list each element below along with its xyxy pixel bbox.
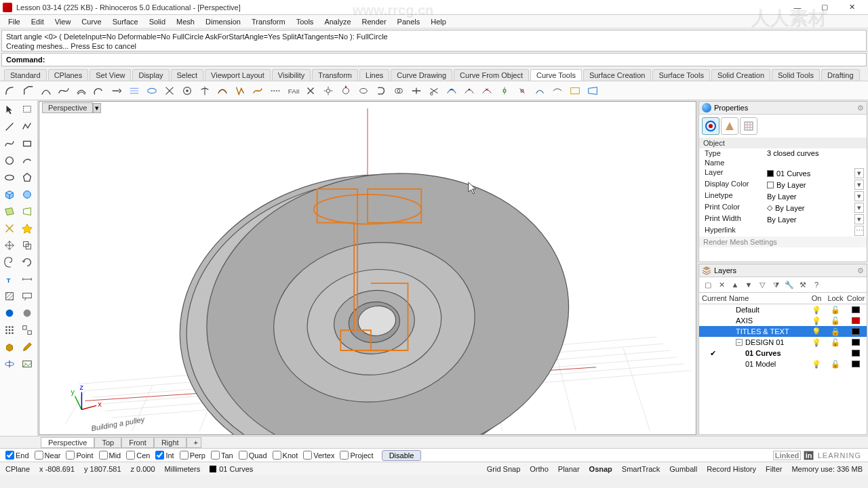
layer-row[interactable]: AXIS💡🔓 xyxy=(699,315,867,326)
viewport-title[interactable]: Perspective xyxy=(42,102,93,113)
osnap-end[interactable]: End xyxy=(5,451,29,460)
swatch-icon[interactable] xyxy=(852,361,860,367)
status-cplane[interactable]: CPlane xyxy=(5,465,30,473)
osnap-disable-button[interactable]: Disable xyxy=(382,450,422,461)
osnap-quad[interactable]: Quad xyxy=(239,451,267,460)
circle-icon[interactable] xyxy=(1,152,18,169)
curve2view-icon[interactable] xyxy=(567,83,583,99)
prop-value[interactable]: By Layer xyxy=(775,204,804,212)
extend-icon[interactable] xyxy=(108,83,125,99)
dropdown-icon[interactable]: ▾ xyxy=(854,214,864,224)
layer-row-current[interactable]: ✔01 Curves xyxy=(699,348,867,359)
panel-options-icon[interactable]: ⚙ xyxy=(857,266,864,275)
block-icon[interactable] xyxy=(1,339,18,355)
swatch-icon[interactable] xyxy=(852,350,860,357)
edit-icon[interactable] xyxy=(1,220,18,237)
join-icon[interactable] xyxy=(302,83,319,99)
toolbar-tab[interactable]: Transform xyxy=(312,69,358,81)
viewport-canvas[interactable]: x y z Building a pulley xyxy=(39,102,696,434)
panel-options-icon[interactable]: ⚙ xyxy=(857,104,864,113)
fillet-icon[interactable] xyxy=(3,83,19,99)
hammer-icon[interactable]: ⚒ xyxy=(797,279,809,291)
seam-icon[interactable] xyxy=(338,83,354,99)
curve-network-icon[interactable] xyxy=(161,83,178,99)
object-props-icon[interactable] xyxy=(702,117,719,135)
status-planar[interactable]: Planar xyxy=(558,465,580,473)
delete-layer-icon[interactable]: ✕ xyxy=(715,279,728,291)
menu-surface[interactable]: Surface xyxy=(107,16,144,27)
viewport-dropdown-icon[interactable]: ▾ xyxy=(93,103,101,113)
osnap-vertex[interactable]: Vertex xyxy=(303,451,334,460)
match-icon[interactable] xyxy=(179,83,195,99)
split-icon[interactable] xyxy=(408,83,425,99)
toolbar-tab[interactable]: Solid Tools xyxy=(772,69,820,81)
toolbar-tab[interactable]: Set View xyxy=(90,69,131,81)
shade-icon[interactable] xyxy=(19,305,35,321)
menu-analyze[interactable]: Analyze xyxy=(319,16,356,27)
osnap-knot[interactable]: Knot xyxy=(273,451,298,460)
toolbar-tab[interactable]: Lines xyxy=(359,69,389,81)
toolbar-tab[interactable]: Visibility xyxy=(272,69,311,81)
bulb-icon[interactable]: 💡 xyxy=(807,306,826,314)
osnap-point[interactable]: Point xyxy=(66,451,93,460)
toolbar-tab-active[interactable]: Curve Tools xyxy=(530,69,582,81)
texture-props-icon[interactable] xyxy=(740,117,757,135)
maximize-button[interactable]: ▢ xyxy=(811,1,838,14)
box-icon[interactable] xyxy=(1,186,18,203)
up-icon[interactable]: ▲ xyxy=(729,279,741,291)
menu-edit[interactable]: Edit xyxy=(26,16,50,27)
menu-solid[interactable]: Solid xyxy=(144,16,171,27)
move-icon[interactable] xyxy=(1,237,18,253)
prop-value[interactable]: 01 Curves xyxy=(776,169,810,178)
col-on[interactable]: On xyxy=(807,294,826,302)
command-line[interactable]: Command: xyxy=(1,53,867,66)
line-icon[interactable] xyxy=(1,119,18,135)
convert-icon[interactable] xyxy=(267,83,283,99)
symmetry-icon[interactable] xyxy=(197,83,213,99)
prop-value[interactable]: By Layer xyxy=(767,216,796,224)
text-icon[interactable]: T xyxy=(1,271,18,287)
toolbar-tab[interactable]: Surface Creation xyxy=(583,69,652,81)
down-icon[interactable]: ▼ xyxy=(743,279,755,291)
lock-icon[interactable]: 🔓 xyxy=(826,338,845,347)
periodic-icon[interactable] xyxy=(355,83,372,99)
layer-row[interactable]: Default💡🔓 xyxy=(699,304,867,315)
chamfer-icon[interactable] xyxy=(20,83,37,99)
close-curve-icon[interactable] xyxy=(373,83,389,99)
remove-knot-icon[interactable] xyxy=(479,83,495,99)
menu-view[interactable]: View xyxy=(50,16,77,27)
bulb-icon[interactable]: 💡 xyxy=(807,360,826,369)
osnap-project[interactable]: Project xyxy=(340,451,373,460)
polygon-icon[interactable] xyxy=(19,169,35,186)
filter-icon[interactable]: ▽ xyxy=(756,279,768,291)
remove-ctrl-icon[interactable] xyxy=(514,83,530,99)
bulb-icon[interactable]: 💡 xyxy=(807,317,826,325)
rotate-icon[interactable] xyxy=(19,254,35,270)
lock-icon[interactable]: 🔓 xyxy=(826,306,845,314)
simplify-icon[interactable] xyxy=(250,83,266,99)
adjust-icon[interactable] xyxy=(232,83,248,99)
viewport-tab-perspective[interactable]: Perspective xyxy=(41,437,94,448)
add-ctrl-icon[interactable] xyxy=(496,83,513,99)
rebuild-icon[interactable] xyxy=(214,83,231,99)
toolbar-tab[interactable]: Viewport Layout xyxy=(205,69,271,81)
hatch-icon[interactable] xyxy=(1,288,18,304)
menu-tools[interactable]: Tools xyxy=(291,16,319,27)
dropdown-icon[interactable]: ▾ xyxy=(854,180,864,190)
explode-icon[interactable] xyxy=(320,83,336,99)
curve-icon[interactable] xyxy=(1,136,18,152)
viewport-tab-front[interactable]: Front xyxy=(121,437,154,448)
layer-row[interactable]: −DESIGN 01💡🔓 xyxy=(699,337,867,348)
blend-icon[interactable] xyxy=(56,83,72,99)
polyline-icon[interactable] xyxy=(19,119,35,135)
layer-row[interactable]: 01 Model💡🔓 xyxy=(699,359,867,369)
annotation-icon[interactable] xyxy=(19,288,35,304)
dropdown-icon[interactable]: ▾ xyxy=(854,168,864,178)
funnel-icon[interactable]: ⧩ xyxy=(770,279,782,291)
col-current[interactable]: Current xyxy=(699,294,726,302)
status-osnap[interactable]: Osnap xyxy=(589,465,612,473)
fair-icon[interactable]: FAIR xyxy=(285,83,301,99)
toolbar-tab[interactable]: CPlanes xyxy=(48,69,89,81)
menu-panels[interactable]: Panels xyxy=(392,16,426,27)
status-smarttrack[interactable]: SmartTrack xyxy=(622,465,660,473)
